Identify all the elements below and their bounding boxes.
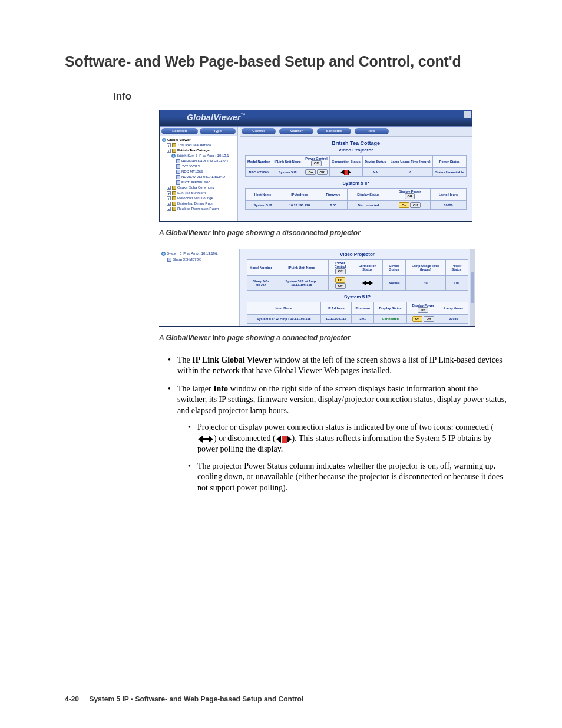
tree-item[interactable]: NEC MT1065 xyxy=(161,169,236,174)
room-title: British Tea Cottage xyxy=(240,140,472,146)
tree-item[interactable]: NUVIEW VERTICAL BLIND xyxy=(161,174,236,180)
expand-icon[interactable]: + xyxy=(167,207,171,211)
expand-icon[interactable]: + xyxy=(167,191,171,195)
cell-conn xyxy=(352,276,383,291)
th: Lamp Usage Time (hours) xyxy=(388,156,433,168)
sub-1: Projector or display power connection st… xyxy=(188,422,507,454)
device-tree[interactable]: Global Viewer+Thai Iced Tea Terrace+Brit… xyxy=(160,136,237,214)
bullet-2: The larger Info window on the right side… xyxy=(168,384,507,493)
tab-monitor[interactable]: Monitor xyxy=(279,128,313,134)
power-off-top[interactable]: Off xyxy=(335,268,346,274)
disp-off-button[interactable]: Off xyxy=(424,316,434,322)
tree-label: British Syst 5 IP w/ Amp : 10.13.1 xyxy=(177,153,229,159)
disp-off-top[interactable]: Off xyxy=(418,307,428,313)
folder-icon xyxy=(172,149,176,153)
tree-item[interactable]: Global Viewer xyxy=(161,137,236,143)
th: Host Name xyxy=(247,302,321,315)
th: Model Number xyxy=(246,156,272,168)
section-title: Info xyxy=(113,91,515,103)
cell-fw: 2.01 xyxy=(352,315,374,324)
caption-lead: A GlobalViewer xyxy=(159,334,212,342)
dev-icon xyxy=(176,175,180,179)
tree-item[interactable]: System 5 IP w/ Amp : 10.13.196. xyxy=(160,251,238,256)
cell-disppower: On Off xyxy=(407,315,439,324)
cell-host: System 5 IP w/ Amp : 10.13.196.115 xyxy=(247,315,321,324)
tree-label: System 5 IP w/ Amp : 10.13.196. xyxy=(167,251,218,256)
rule xyxy=(65,74,515,74)
tree-item[interactable]: +Rooibos Recreation Room xyxy=(161,206,236,212)
tree-item[interactable]: JVC XV523 xyxy=(161,164,236,169)
dev-icon xyxy=(176,164,180,169)
cell-lamphours: 00039 xyxy=(439,315,468,324)
tree-label: NEC MT1065 xyxy=(181,169,203,174)
th: Lamp Hours xyxy=(431,189,467,201)
power-off-button[interactable]: Off xyxy=(335,283,346,289)
disconnected-icon xyxy=(276,436,292,443)
disp-off-top[interactable]: Off xyxy=(405,193,415,199)
expand-icon[interactable]: + xyxy=(167,149,171,153)
tree-item[interactable]: +Darjeeling Dining Room xyxy=(161,201,236,206)
tree-label: Thai Iced Tea Terrace xyxy=(177,143,211,148)
tree-item[interactable]: +Osaka Ocha Ceremony xyxy=(161,185,236,190)
scroll-up-icon[interactable] xyxy=(464,111,471,118)
tree-item[interactable]: +British Tea Cottage xyxy=(161,148,236,153)
dev-icon xyxy=(176,180,180,185)
expand-icon[interactable]: + xyxy=(167,202,171,206)
pill-type[interactable]: Type xyxy=(200,128,236,134)
screenshot-globalviewer-connected: System 5 IP w/ Amp : 10.13.196.Sharp XG-… xyxy=(159,249,475,327)
tree-label: British Tea Cottage xyxy=(177,148,210,153)
cell-dispstatus: Connected xyxy=(374,315,407,324)
cell-fw: 2.00 xyxy=(319,201,348,210)
projector-heading: Video Projector xyxy=(240,147,472,153)
dev-icon xyxy=(176,159,180,163)
cell-lamp: 39 xyxy=(406,276,445,291)
th: Connection Status xyxy=(352,260,383,276)
footer-text: System 5 IP • Software- and Web Page-bas… xyxy=(89,695,303,703)
th: Power ControlOff xyxy=(303,156,330,168)
body-bullets: The IP Link Global Viewer window at the … xyxy=(168,355,507,493)
tree-item[interactable]: HARMAN KARDON HK-3270 xyxy=(161,159,236,164)
cell-power: On Off xyxy=(328,276,352,291)
folder-icon xyxy=(172,202,176,206)
disp-on-button[interactable]: On xyxy=(412,316,423,322)
folder-icon xyxy=(172,191,176,195)
tree-item[interactable]: +Moroccan Mint Lounge xyxy=(161,196,236,201)
tree-item[interactable]: +Sun Tea Sunroom xyxy=(161,190,236,196)
term: Info xyxy=(213,384,228,393)
tree-item[interactable]: +Thai Iced Tea Terrace xyxy=(161,143,236,148)
power-off-button[interactable]: Off xyxy=(317,169,328,175)
tree-label: JVC XV523 xyxy=(181,164,200,169)
projector-heading: Video Projector xyxy=(240,252,475,257)
power-on-button[interactable]: On xyxy=(335,277,346,283)
power-off-top[interactable]: Off xyxy=(311,160,322,166)
expand-icon[interactable]: + xyxy=(167,196,171,200)
table-row: System 5 IP w/ Amp : 10.13.196.115 10.13… xyxy=(247,315,468,324)
tree-label: Osaka Ocha Ceremony xyxy=(177,185,214,190)
expand-icon[interactable]: + xyxy=(167,186,171,190)
th: IPLink Unit Name xyxy=(272,156,303,168)
globe-icon xyxy=(162,138,166,142)
caption-2: A GlobalViewer Info page showing a conne… xyxy=(159,334,515,342)
tab-schedule[interactable]: Schedule xyxy=(317,128,351,134)
cell-unit: System 5 IP xyxy=(272,168,303,177)
tab-info[interactable]: Info xyxy=(355,128,389,134)
tree-label: Global Viewer xyxy=(167,137,191,143)
table-row: NEC MT1065 System 5 IP On Off NA 0 Statu… xyxy=(246,168,467,177)
gv-topbar: GlobalViewer™ xyxy=(160,110,472,126)
th: Power Status xyxy=(433,156,467,168)
caption-bold: Info xyxy=(212,229,225,237)
cell-power-status: Status Unavailable xyxy=(433,168,467,177)
tree-item[interactable]: PICTURETEL 900 xyxy=(161,180,236,185)
expand-icon[interactable]: + xyxy=(167,143,171,147)
pill-location[interactable]: Location xyxy=(161,128,198,134)
disp-on-button[interactable]: On xyxy=(399,202,409,208)
tab-control[interactable]: Control xyxy=(242,128,276,134)
disp-off-button[interactable]: Off xyxy=(410,202,421,208)
cell-host: System 5 IP xyxy=(246,201,280,210)
tree-item[interactable]: British Syst 5 IP w/ Amp : 10.13.1 xyxy=(161,153,236,159)
tree-item[interactable]: Sharp XG-MB70X xyxy=(160,256,238,262)
th: Display PowerOff xyxy=(407,302,439,315)
scrollbar[interactable] xyxy=(470,249,475,326)
power-on-button[interactable]: On xyxy=(305,169,316,175)
globe-icon xyxy=(171,154,176,158)
